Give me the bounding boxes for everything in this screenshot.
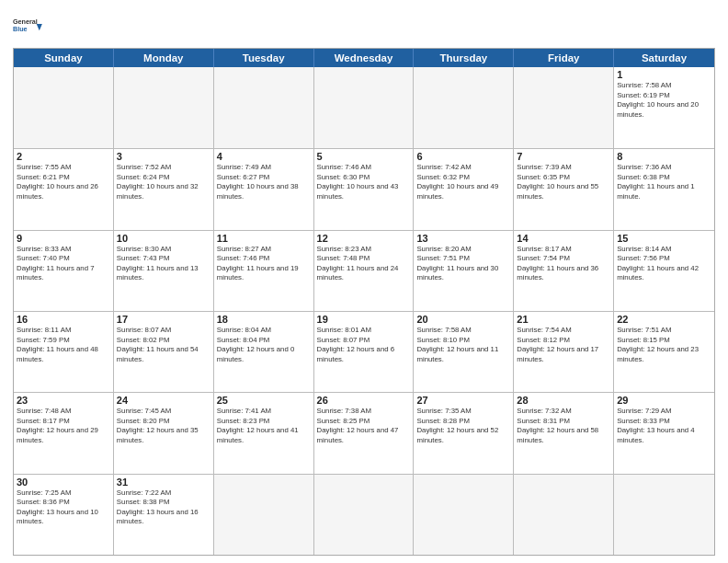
- calendar-week-row: 1Sunrise: 7:58 AM Sunset: 6:19 PM Daylig…: [14, 67, 714, 148]
- day-number: 17: [117, 314, 210, 325]
- day-info: Sunrise: 7:48 AM Sunset: 8:17 PM Dayligh…: [17, 407, 110, 445]
- day-number: 23: [17, 395, 110, 406]
- day-number: 15: [617, 233, 711, 244]
- day-number: 11: [217, 233, 311, 244]
- day-info: Sunrise: 7:39 AM Sunset: 6:35 PM Dayligh…: [517, 163, 610, 201]
- weekday-header: Saturday: [614, 49, 714, 67]
- svg-text:Blue: Blue: [13, 25, 28, 33]
- calendar-cell: [114, 67, 214, 148]
- calendar-cell: [414, 67, 514, 148]
- calendar-cell: 7Sunrise: 7:39 AM Sunset: 6:35 PM Daylig…: [514, 149, 614, 229]
- page: GeneralBlue SundayMondayTuesdayWednesday…: [0, 0, 728, 563]
- calendar-cell: 11Sunrise: 8:27 AM Sunset: 7:46 PM Dayli…: [214, 231, 314, 311]
- day-number: 6: [416, 151, 510, 162]
- calendar-cell: 29Sunrise: 7:29 AM Sunset: 8:33 PM Dayli…: [614, 393, 714, 473]
- calendar-cell: 17Sunrise: 8:07 AM Sunset: 8:02 PM Dayli…: [114, 312, 214, 392]
- day-number: 20: [416, 314, 510, 325]
- day-number: 24: [117, 395, 210, 406]
- calendar: SundayMondayTuesdayWednesdayThursdayFrid…: [13, 48, 715, 556]
- day-info: Sunrise: 8:17 AM Sunset: 7:54 PM Dayligh…: [517, 245, 610, 283]
- day-number: 2: [17, 151, 110, 162]
- weekday-header: Wednesday: [314, 49, 415, 67]
- day-number: 16: [17, 314, 110, 325]
- logo: GeneralBlue: [13, 9, 46, 42]
- calendar-cell: 10Sunrise: 8:30 AM Sunset: 7:43 PM Dayli…: [114, 231, 214, 311]
- day-number: 31: [117, 477, 210, 488]
- day-number: 30: [17, 477, 110, 488]
- calendar-cell: [314, 475, 415, 555]
- calendar-cell: 22Sunrise: 7:51 AM Sunset: 8:15 PM Dayli…: [614, 312, 714, 392]
- calendar-body: 1Sunrise: 7:58 AM Sunset: 6:19 PM Daylig…: [14, 67, 714, 555]
- day-info: Sunrise: 7:45 AM Sunset: 8:20 PM Dayligh…: [117, 407, 210, 445]
- calendar-week-row: 16Sunrise: 8:11 AM Sunset: 7:59 PM Dayli…: [14, 311, 714, 392]
- logo-icon: GeneralBlue: [13, 9, 46, 42]
- day-number: 25: [217, 395, 311, 406]
- day-info: Sunrise: 7:46 AM Sunset: 6:30 PM Dayligh…: [317, 163, 411, 201]
- calendar-cell: [214, 475, 314, 555]
- calendar-cell: 3Sunrise: 7:52 AM Sunset: 6:24 PM Daylig…: [114, 149, 214, 229]
- calendar-cell: 5Sunrise: 7:46 AM Sunset: 6:30 PM Daylig…: [314, 149, 415, 229]
- day-number: 19: [317, 314, 411, 325]
- calendar-cell: 9Sunrise: 8:33 AM Sunset: 7:40 PM Daylig…: [14, 231, 114, 311]
- calendar-cell: 26Sunrise: 7:38 AM Sunset: 8:25 PM Dayli…: [314, 393, 415, 473]
- calendar-week-row: 23Sunrise: 7:48 AM Sunset: 8:17 PM Dayli…: [14, 392, 714, 473]
- calendar-cell: 1Sunrise: 7:58 AM Sunset: 6:19 PM Daylig…: [614, 67, 714, 148]
- calendar-week-row: 9Sunrise: 8:33 AM Sunset: 7:40 PM Daylig…: [14, 230, 714, 311]
- calendar-cell: 20Sunrise: 7:58 AM Sunset: 8:10 PM Dayli…: [414, 312, 514, 392]
- calendar-cell: [314, 67, 415, 148]
- day-info: Sunrise: 7:55 AM Sunset: 6:21 PM Dayligh…: [17, 163, 110, 201]
- calendar-cell: [14, 67, 114, 148]
- day-info: Sunrise: 7:29 AM Sunset: 8:33 PM Dayligh…: [617, 407, 711, 445]
- calendar-header: SundayMondayTuesdayWednesdayThursdayFrid…: [14, 49, 714, 67]
- calendar-cell: 18Sunrise: 8:04 AM Sunset: 8:04 PM Dayli…: [214, 312, 314, 392]
- weekday-header: Monday: [114, 49, 214, 67]
- calendar-cell: 8Sunrise: 7:36 AM Sunset: 6:38 PM Daylig…: [614, 149, 714, 229]
- svg-marker-2: [37, 24, 42, 30]
- day-info: Sunrise: 7:42 AM Sunset: 6:32 PM Dayligh…: [416, 163, 510, 201]
- day-number: 13: [416, 233, 510, 244]
- day-number: 27: [416, 395, 510, 406]
- calendar-cell: 15Sunrise: 8:14 AM Sunset: 7:56 PM Dayli…: [614, 231, 714, 311]
- calendar-cell: 31Sunrise: 7:22 AM Sunset: 8:38 PM Dayli…: [114, 475, 214, 555]
- day-info: Sunrise: 8:20 AM Sunset: 7:51 PM Dayligh…: [416, 245, 510, 283]
- day-number: 22: [617, 314, 711, 325]
- day-info: Sunrise: 8:23 AM Sunset: 7:48 PM Dayligh…: [317, 245, 411, 283]
- day-info: Sunrise: 8:14 AM Sunset: 7:56 PM Dayligh…: [617, 245, 711, 283]
- calendar-cell: [514, 67, 614, 148]
- day-info: Sunrise: 8:33 AM Sunset: 7:40 PM Dayligh…: [17, 245, 110, 283]
- day-info: Sunrise: 7:49 AM Sunset: 6:27 PM Dayligh…: [217, 163, 311, 201]
- calendar-cell: 23Sunrise: 7:48 AM Sunset: 8:17 PM Dayli…: [14, 393, 114, 473]
- day-info: Sunrise: 7:52 AM Sunset: 6:24 PM Dayligh…: [117, 163, 210, 201]
- calendar-cell: 13Sunrise: 8:20 AM Sunset: 7:51 PM Dayli…: [414, 231, 514, 311]
- day-number: 4: [217, 151, 311, 162]
- weekday-header: Friday: [514, 49, 614, 67]
- calendar-cell: 25Sunrise: 7:41 AM Sunset: 8:23 PM Dayli…: [214, 393, 314, 473]
- day-number: 10: [117, 233, 210, 244]
- weekday-header: Sunday: [14, 49, 114, 67]
- day-info: Sunrise: 7:38 AM Sunset: 8:25 PM Dayligh…: [317, 407, 411, 445]
- day-info: Sunrise: 7:58 AM Sunset: 6:19 PM Dayligh…: [617, 81, 711, 120]
- day-info: Sunrise: 7:25 AM Sunset: 8:36 PM Dayligh…: [17, 488, 110, 527]
- calendar-cell: [214, 67, 314, 148]
- day-info: Sunrise: 8:04 AM Sunset: 8:04 PM Dayligh…: [217, 326, 311, 364]
- day-info: Sunrise: 7:22 AM Sunset: 8:38 PM Dayligh…: [117, 488, 210, 527]
- day-number: 12: [317, 233, 411, 244]
- calendar-cell: 30Sunrise: 7:25 AM Sunset: 8:36 PM Dayli…: [14, 475, 114, 555]
- day-info: Sunrise: 7:58 AM Sunset: 8:10 PM Dayligh…: [416, 326, 510, 364]
- day-number: 8: [617, 151, 711, 162]
- day-number: 1: [617, 69, 711, 80]
- calendar-cell: [614, 475, 714, 555]
- weekday-header: Tuesday: [214, 49, 314, 67]
- calendar-cell: [414, 475, 514, 555]
- weekday-header: Thursday: [414, 49, 514, 67]
- calendar-week-row: 30Sunrise: 7:25 AM Sunset: 8:36 PM Dayli…: [14, 474, 714, 555]
- header: GeneralBlue: [13, 9, 715, 42]
- day-number: 9: [17, 233, 110, 244]
- day-info: Sunrise: 8:30 AM Sunset: 7:43 PM Dayligh…: [117, 245, 210, 283]
- day-info: Sunrise: 8:11 AM Sunset: 7:59 PM Dayligh…: [17, 326, 110, 364]
- day-number: 26: [317, 395, 411, 406]
- calendar-cell: 16Sunrise: 8:11 AM Sunset: 7:59 PM Dayli…: [14, 312, 114, 392]
- day-number: 28: [517, 395, 610, 406]
- day-info: Sunrise: 8:27 AM Sunset: 7:46 PM Dayligh…: [217, 245, 311, 283]
- calendar-cell: 21Sunrise: 7:54 AM Sunset: 8:12 PM Dayli…: [514, 312, 614, 392]
